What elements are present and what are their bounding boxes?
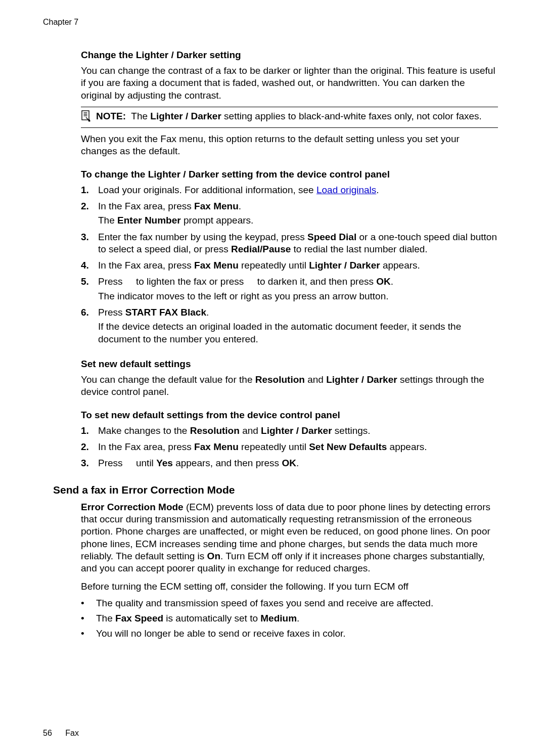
step-5: 5. Press to lighten the fax or press to … <box>81 276 498 302</box>
after-note-paragraph: When you exit the Fax menu, this option … <box>81 133 498 158</box>
step-body: Press until Yes appears, and then press … <box>98 457 498 469</box>
page-footer: 56 Fax <box>43 729 79 738</box>
ui-fax-menu: Fax Menu <box>194 260 239 271</box>
step-number: 2. <box>81 441 92 453</box>
section-title-defaults: Set new default settings <box>81 359 498 370</box>
step-body: Press START FAX Black. If the device det… <box>98 306 498 345</box>
page-number: 56 <box>43 729 52 737</box>
step-4: 4. In the Fax area, press Fax Menu repea… <box>81 259 498 272</box>
note-box: NOTE: The Lighter / Darker setting appli… <box>81 107 498 128</box>
bullet-item: • You will no longer be able to send or … <box>81 628 498 640</box>
step-3: 3. Press until Yes appears, and then pre… <box>81 457 498 469</box>
chapter-label: Chapter 7 <box>43 18 78 26</box>
ui-redial-pause: Redial/Pause <box>231 244 291 254</box>
ui-lighter-darker: Lighter / Darker <box>309 260 380 271</box>
ui-resolution: Resolution <box>190 425 240 436</box>
link-load-originals[interactable]: Load originals <box>316 185 376 195</box>
ui-lighter-darker: Lighter / Darker <box>261 425 332 436</box>
ui-enter-number: Enter Number <box>117 215 181 226</box>
step-2: 2. In the Fax area, press Fax Menu repea… <box>81 441 498 453</box>
bullet-dot: • <box>81 597 88 609</box>
ecm-paragraph-2: Before turning the ECM setting off, cons… <box>81 581 498 593</box>
ui-on: On <box>207 551 220 561</box>
intro-paragraph-lighter-darker: You can change the contrast of a fax to … <box>81 65 498 102</box>
step-body: Make changes to the Resolution and Light… <box>98 425 498 437</box>
ui-speed-dial: Speed Dial <box>307 232 356 242</box>
ui-start-fax-black: START FAX Black <box>125 307 206 318</box>
step-body: In the Fax area, press Fax Menu repeated… <box>98 259 498 272</box>
procedure1-steps: 1. Load your originals. For additional i… <box>81 184 498 345</box>
bold-ecm-lead: Error Correction Mode <box>81 502 184 512</box>
bullet-dot: • <box>81 612 88 625</box>
bullet-item: • The Fax Speed is automatically set to … <box>81 612 498 625</box>
step-number: 1. <box>81 425 92 437</box>
ui-fax-menu: Fax Menu <box>194 441 239 452</box>
step-body: In the Fax area, press Fax Menu repeated… <box>98 441 498 453</box>
step-number: 3. <box>81 457 92 469</box>
ui-set-new-defaults: Set New Defaults <box>309 441 387 452</box>
step-6: 6. Press START FAX Black. If the device … <box>81 306 498 345</box>
step-1: 1. Load your originals. For additional i… <box>81 184 498 196</box>
procedure2-title: To set new default settings from the dev… <box>81 410 498 421</box>
step-3: 3. Enter the fax number by using the key… <box>81 231 498 256</box>
step-1: 1. Make changes to the Resolution and Li… <box>81 425 498 437</box>
bullet-body: The quality and transmission speed of fa… <box>96 597 433 609</box>
note-text: NOTE: The Lighter / Darker setting appli… <box>96 110 498 122</box>
procedure2-steps: 1. Make changes to the Resolution and Li… <box>81 425 498 470</box>
svg-rect-0 <box>82 111 89 120</box>
step-subline: The Enter Number prompt appears. <box>98 214 498 227</box>
note-icon <box>81 110 91 124</box>
ui-yes: Yes <box>156 458 173 468</box>
step-number: 1. <box>81 184 92 196</box>
ui-ok: OK <box>282 458 296 468</box>
step-number: 6. <box>81 306 92 345</box>
step-body: Enter the fax number by using the keypad… <box>98 231 498 256</box>
ecm-content: Error Correction Mode (ECM) prevents los… <box>81 501 498 640</box>
page-content: Change the Lighter / Darker setting You … <box>81 50 498 470</box>
bullet-body: You will no longer be able to send or re… <box>96 628 346 640</box>
note-bold-term: Lighter / Darker <box>150 111 221 121</box>
ui-fax-menu: Fax Menu <box>194 201 239 211</box>
bullet-body: The Fax Speed is automatically set to Me… <box>96 612 299 625</box>
bullet-item: • The quality and transmission speed of … <box>81 597 498 609</box>
step-number: 4. <box>81 259 92 272</box>
step-body: Press to lighten the fax or press to dar… <box>98 276 498 302</box>
step-body: In the Fax area, press Fax Menu. The Ent… <box>98 200 498 227</box>
step-number: 3. <box>81 231 92 256</box>
section-title-lighter-darker: Change the Lighter / Darker setting <box>81 50 498 61</box>
section-title-ecm: Send a fax in Error Correction Mode <box>53 484 498 496</box>
note-label: NOTE: <box>96 111 126 121</box>
step-2: 2. In the Fax area, press Fax Menu. The … <box>81 200 498 227</box>
step-number: 5. <box>81 276 92 302</box>
page: Chapter 7 Change the Lighter / Darker se… <box>0 0 546 756</box>
procedure1-title: To change the Lighter / Darker setting f… <box>81 169 498 180</box>
step-number: 2. <box>81 200 92 227</box>
defaults-intro: You can change the default value for the… <box>81 374 498 398</box>
ui-medium: Medium <box>260 613 297 624</box>
note-post: setting applies to black-and-white faxes… <box>224 111 482 121</box>
step-subline: If the device detects an original loaded… <box>98 321 498 345</box>
page-header: Chapter 7 <box>43 18 498 27</box>
ui-ok: OK <box>376 276 391 287</box>
footer-section-name: Fax <box>65 729 79 737</box>
ecm-bullets: • The quality and transmission speed of … <box>81 597 498 640</box>
step-body: Load your originals. For additional info… <box>98 184 498 196</box>
bullet-dot: • <box>81 628 88 640</box>
step-subline: The indicator moves to the left or right… <box>98 290 498 302</box>
note-pre: The <box>131 111 148 121</box>
ui-lighter-darker: Lighter / Darker <box>326 374 397 385</box>
ui-fax-speed: Fax Speed <box>115 613 163 624</box>
ui-resolution: Resolution <box>255 374 305 385</box>
ecm-paragraph-1: Error Correction Mode (ECM) prevents los… <box>81 501 498 575</box>
